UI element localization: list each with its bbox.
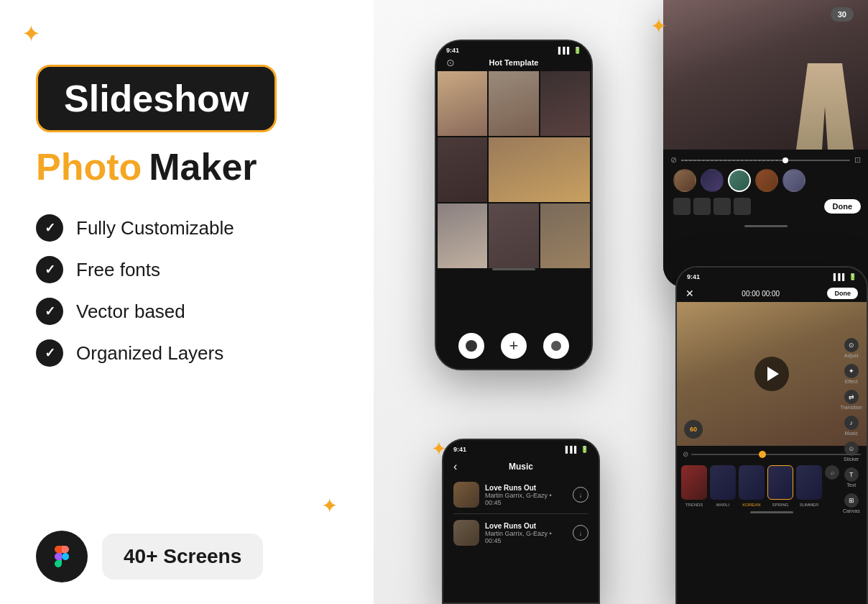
features-list: Fully Customizable Free fonts Vector bas… xyxy=(36,214,345,367)
grid-photo-6 xyxy=(438,203,487,268)
grid-photo-8 xyxy=(540,203,590,268)
track-meta-2: Martin Garrix, G-Eazy • 00:45 xyxy=(485,530,567,544)
filter-thumbnails: ⌕ xyxy=(677,462,867,503)
music-info-1: Love Runs Out Martin Garrix, G-Eazy • 00… xyxy=(485,484,567,506)
figma-logo-svg xyxy=(47,542,76,571)
grid-photo-3 xyxy=(540,71,590,136)
sticker-tool[interactable]: ☺ Sticker xyxy=(844,441,859,462)
grid-photo-4 xyxy=(438,137,487,202)
record-icon xyxy=(466,340,477,352)
track-name-2: Love Runs Out xyxy=(485,522,567,530)
right-panel: ✦ ✦ 9:41 ▐▐ ▌ 🔋 ⊙ Hot Template xyxy=(374,0,868,604)
feature-item: Free fonts xyxy=(36,256,345,283)
play-button[interactable] xyxy=(754,357,789,391)
figma-icon xyxy=(36,531,88,582)
screens-badge: 40+ Screens xyxy=(102,534,263,580)
filter-label-trends: TRENDS xyxy=(681,503,707,507)
video-timeline: ⊘ xyxy=(677,446,867,462)
left-panel: ✦ Slideshow Photo Maker Fully Customizab… xyxy=(0,0,374,604)
filter-2[interactable] xyxy=(701,169,724,192)
bottom-row: 40+ Screens xyxy=(36,531,345,582)
music-tool[interactable]: ♪ Music xyxy=(844,416,859,436)
sparkle-mid-icon: ✦ xyxy=(650,14,667,38)
bottom-area: 40+ Screens xyxy=(36,509,345,582)
mute-icon: ⊘ xyxy=(670,155,677,165)
search-filter-icon[interactable]: ⌕ xyxy=(825,465,839,480)
phone-top-right: 30 ⊘ ⊡ xyxy=(663,0,868,288)
feature-text-3: Vector based xyxy=(76,301,185,323)
done-button-video[interactable]: Done xyxy=(827,288,858,299)
track-meta-1: Martin Garrix, G-Eazy • 00:45 xyxy=(485,492,567,506)
done-button-top-right[interactable]: Done xyxy=(824,199,862,214)
status-icons: ▐▐ ▌ 🔋 xyxy=(556,47,581,54)
sticker-1 xyxy=(673,198,691,215)
music-header: ‹ Music xyxy=(443,454,599,476)
adjust-icon: ⊙ xyxy=(844,338,859,352)
canvas-tool[interactable]: ⊞ Canvas xyxy=(843,493,860,513)
download-icon-2[interactable]: ↓ xyxy=(573,525,588,541)
video-header: ✕ 00:00 00:00 Done xyxy=(677,282,867,302)
track-name-1: Love Runs Out xyxy=(485,484,567,492)
filter-thumb-1[interactable] xyxy=(681,465,707,500)
feature-text-1: Fully Customizable xyxy=(76,217,234,239)
phone-top-right-inner: 30 ⊘ ⊡ xyxy=(663,0,868,288)
slider-track xyxy=(681,160,850,161)
phone-center: 9:41 ▐▐ ▌ 🔋 ⊙ Hot Template xyxy=(435,40,593,370)
screens-label: 40+ Screens xyxy=(124,545,241,568)
filter-3-active[interactable] xyxy=(728,169,751,192)
filter-circles xyxy=(670,169,861,192)
sticker-3 xyxy=(714,198,731,215)
text-tool[interactable]: T Text xyxy=(844,467,859,488)
camera-icon: ⊙ xyxy=(446,57,455,68)
home-indicator-center xyxy=(492,268,535,270)
top-section: Slideshow Photo Maker Fully Customizable… xyxy=(36,29,345,367)
edit-controls: ⊘ ⊡ xyxy=(663,150,868,222)
download-icon-1[interactable]: ↓ xyxy=(573,487,588,503)
transition-label: Transition xyxy=(841,405,862,410)
music-thumb-1 xyxy=(453,482,479,508)
filter-4[interactable] xyxy=(755,169,778,192)
text-icon: T xyxy=(844,467,859,482)
home-indicator-top-right xyxy=(744,225,788,227)
close-icon[interactable]: ✕ xyxy=(685,288,694,299)
filter-label-summer: SUMMER xyxy=(796,503,822,507)
filter-thumb-5[interactable] xyxy=(796,465,822,500)
tab-profile xyxy=(543,333,569,359)
user-icon xyxy=(551,341,561,351)
back-icon[interactable]: ‹ xyxy=(453,460,457,473)
filter-5[interactable] xyxy=(782,169,805,192)
feature-text-4: Organized Layers xyxy=(76,342,223,365)
timeline-slider[interactable] xyxy=(691,454,861,455)
filter-label-korean: KOREAN xyxy=(739,503,765,507)
timer-60: 60 xyxy=(684,420,845,439)
phone-video-time: 9:41 xyxy=(687,273,700,280)
subtitle-row: Photo Maker xyxy=(36,145,345,188)
canvas-label: Canvas xyxy=(843,508,860,513)
effect-tool[interactable]: ✦ Effect xyxy=(844,364,859,384)
filter-labels: TRENDS MARLI KOREAN SPRING SUMMER xyxy=(677,503,867,507)
hot-template-label: Hot Template xyxy=(489,58,539,67)
phone-center-inner: 9:41 ▐▐ ▌ 🔋 ⊙ Hot Template xyxy=(436,41,591,369)
video-time-display: 00:00 00:00 xyxy=(742,290,780,298)
editing-bg: 30 xyxy=(663,0,868,150)
filter-thumb-2[interactable] xyxy=(710,465,736,500)
slider-row: ⊘ ⊡ xyxy=(670,155,861,165)
music-track-2: Love Runs Out Martin Garrix, G-Eazy • 00… xyxy=(443,514,599,552)
effect-icon: ✦ xyxy=(844,364,859,378)
phone-music: 9:41 ▐▐ ▌ 🔋 ‹ Music Love Runs Out Martin… xyxy=(442,439,600,604)
check-icon-4 xyxy=(36,339,63,367)
filter-1[interactable] xyxy=(673,169,696,192)
tab-add: + xyxy=(501,333,527,359)
filter-thumb-3[interactable] xyxy=(739,465,765,500)
grid-photo-7 xyxy=(489,203,538,268)
transition-tool[interactable]: ⇄ Transition xyxy=(841,390,862,410)
grid-photo-5 xyxy=(489,137,590,202)
music-title: Music xyxy=(509,462,533,472)
sparkle-bottom-center-icon: ✦ xyxy=(431,438,447,460)
adjust-tool[interactable]: ⊙ Adjust xyxy=(844,338,859,358)
video-content: ⊙ Adjust ✦ Effect ⇄ Transition ♪ Music xyxy=(677,302,867,446)
subtitle-photo: Photo xyxy=(36,145,142,188)
timer-60-circle: 60 xyxy=(684,420,703,439)
subtitle-maker: Maker xyxy=(149,145,257,188)
filter-thumb-4-active[interactable] xyxy=(767,465,793,500)
